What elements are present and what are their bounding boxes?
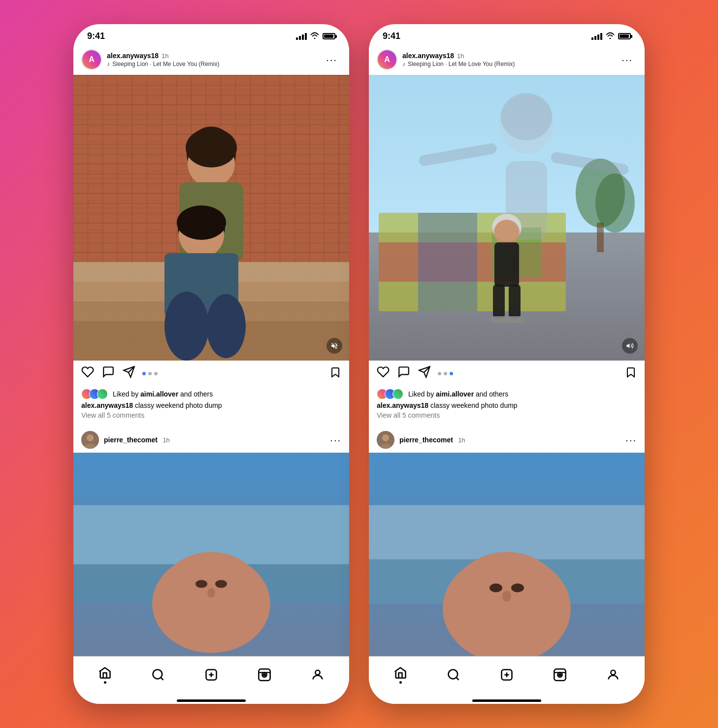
- likes-row-right: Liked by aimi.allover and others: [377, 389, 637, 399]
- save-icon-right[interactable]: [625, 366, 637, 381]
- svg-line-74: [456, 677, 458, 680]
- commenter-username-right[interactable]: pierre_thecomet: [399, 436, 453, 444]
- dot-3-right: [450, 372, 453, 375]
- nav-search-right[interactable]: [441, 662, 466, 687]
- svg-point-20: [87, 434, 94, 441]
- music-row-left: ♪ Sleeping Lion · Let Me Love You (Remix…: [107, 61, 322, 67]
- svg-rect-55: [494, 242, 519, 287]
- home-active-dot-left: [104, 681, 106, 684]
- home-bar-right: [472, 699, 541, 702]
- svg-point-26: [196, 580, 207, 588]
- dot-1-right: [438, 372, 441, 375]
- svg-point-38: [315, 670, 320, 674]
- home-bar-left: [177, 699, 246, 702]
- post-header-info-right: alex.anyways18 1h ♪ Sleeping Lion · Let …: [402, 52, 618, 67]
- dot-indicators-left: [142, 372, 158, 375]
- caption-username-right[interactable]: alex.anyways18: [377, 401, 428, 409]
- mute-icon-left[interactable]: [326, 338, 342, 354]
- caption-text-right: classy weekend photo dump: [428, 401, 518, 409]
- post-header-right: A alex.anyways18 1h ♪ Sleeping Lion · Le…: [369, 44, 645, 75]
- comment-icon-left[interactable]: [102, 365, 115, 382]
- home-indicator-left: [73, 700, 349, 704]
- comment-row-right: pierre_thecomet 1h ···: [369, 427, 645, 453]
- view-comments-right[interactable]: View all 5 comments: [377, 411, 637, 419]
- comment-icon-right[interactable]: [397, 365, 410, 382]
- phone-left: 9:41 A alex.anyways18 1h: [73, 24, 349, 704]
- svg-point-27: [215, 580, 227, 588]
- svg-point-72: [502, 591, 511, 602]
- nav-profile-right[interactable]: [601, 662, 625, 687]
- dot-2-right: [444, 372, 447, 375]
- nav-add-left[interactable]: [199, 662, 224, 687]
- status-icons-left: [296, 32, 335, 41]
- more-button-right[interactable]: ···: [618, 52, 637, 67]
- status-bar-right: 9:41: [369, 24, 645, 44]
- commenter-avatar-right[interactable]: [377, 431, 394, 449]
- post-image-left: [73, 75, 349, 361]
- nav-search-left[interactable]: [146, 662, 170, 687]
- comment-row-left: pierre_thecomet 1h ···: [73, 427, 349, 453]
- avatar-left[interactable]: A: [81, 49, 102, 70]
- liker-avatar-3-right: [392, 389, 403, 399]
- nav-reels-left[interactable]: [252, 662, 277, 687]
- liker-avatars-left: [81, 389, 105, 399]
- svg-point-71: [511, 584, 524, 593]
- nav-profile-left[interactable]: [305, 662, 330, 687]
- save-icon-left[interactable]: [329, 366, 341, 381]
- svg-point-13: [177, 205, 226, 240]
- likes-bold-right[interactable]: aimi.allover: [436, 390, 474, 398]
- post-username-right[interactable]: alex.anyways18: [402, 52, 454, 60]
- preview-image-left: [73, 453, 349, 656]
- status-time-right: 9:41: [383, 31, 400, 41]
- likes-bold-left[interactable]: aimi.allover: [140, 390, 178, 398]
- music-text-right: Sleeping Lion · Let Me Love You (Remix): [408, 61, 515, 67]
- action-bar-left: [73, 361, 349, 387]
- likes-text-left: Liked by aimi.allover and others: [113, 390, 213, 398]
- volume-icon-right[interactable]: [622, 338, 638, 354]
- comment-more-left[interactable]: ···: [330, 434, 341, 446]
- skater-illustration: [369, 75, 645, 361]
- comment-info-left: pierre_thecomet 1h: [104, 435, 330, 444]
- nav-reels-right[interactable]: [548, 662, 572, 687]
- status-bar-left: 9:41: [73, 24, 349, 44]
- music-text-left: Sleeping Lion · Let Me Love You (Remix): [112, 61, 219, 67]
- like-icon-right[interactable]: [377, 365, 390, 382]
- likes-row-left: Liked by aimi.allover and others: [81, 389, 341, 399]
- post-time-left: 1h: [162, 52, 168, 60]
- share-icon-left[interactable]: [123, 365, 135, 382]
- post-header-left: A alex.anyways18 1h ♪ Sleeping Lion · Le…: [73, 44, 349, 75]
- comment-more-right[interactable]: ···: [625, 434, 637, 446]
- post-username-left[interactable]: alex.anyways18: [107, 52, 159, 60]
- liker-avatars-right: [377, 389, 400, 399]
- svg-rect-56: [493, 284, 505, 319]
- commenter-username-left[interactable]: pierre_thecomet: [104, 436, 158, 444]
- battery-icon-right: [618, 33, 631, 39]
- like-icon-left[interactable]: [81, 365, 94, 382]
- phone-right: 9:41 A alex.anyways18 1h: [369, 24, 645, 704]
- svg-rect-59: [506, 316, 525, 323]
- svg-point-15: [164, 292, 209, 361]
- home-indicator-right: [369, 700, 645, 704]
- music-note-icon-right: ♪: [402, 61, 405, 67]
- liker-avatar-3-left: [97, 389, 108, 399]
- people-illustration: [73, 75, 349, 361]
- action-icons-left: [81, 365, 135, 382]
- username-row-left: alex.anyways18 1h: [107, 52, 322, 60]
- svg-point-16: [206, 294, 246, 358]
- music-row-right: ♪ Sleeping Lion · Let Me Love You (Remix…: [402, 61, 618, 67]
- likes-suffix-left: and others: [178, 390, 213, 398]
- more-button-left[interactable]: ···: [322, 52, 341, 67]
- post-content-right: Liked by aimi.allover and others alex.an…: [369, 387, 645, 427]
- svg-point-82: [611, 670, 615, 674]
- svg-marker-60: [626, 343, 629, 348]
- nav-add-right[interactable]: [494, 662, 519, 687]
- nav-home-left[interactable]: [93, 662, 117, 687]
- share-icon-right[interactable]: [418, 365, 431, 382]
- bottom-nav-left: [73, 657, 349, 700]
- caption-username-left[interactable]: alex.anyways18: [81, 401, 133, 409]
- post-header-info-left: alex.anyways18 1h ♪ Sleeping Lion · Let …: [107, 52, 322, 67]
- nav-home-right[interactable]: [388, 662, 413, 687]
- commenter-avatar-left[interactable]: [81, 431, 99, 449]
- view-comments-left[interactable]: View all 5 comments: [81, 411, 341, 419]
- avatar-right[interactable]: A: [377, 49, 397, 70]
